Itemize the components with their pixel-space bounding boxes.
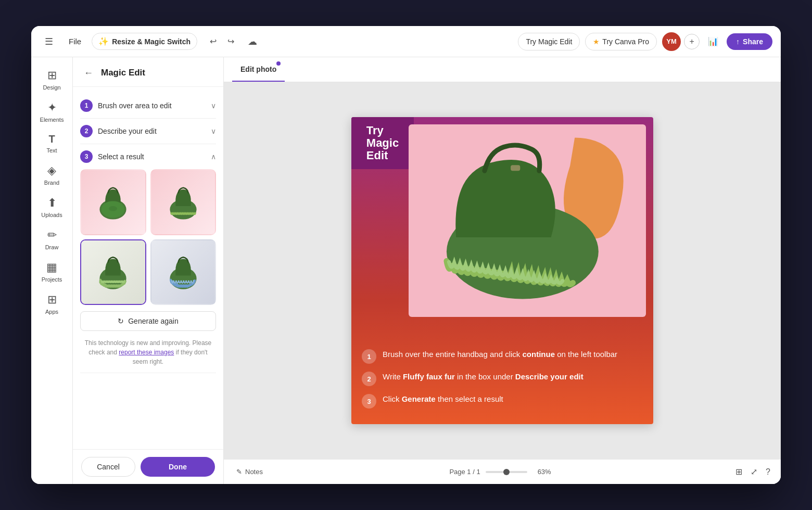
instruction-2-num: 2 [362,372,376,386]
undo-redo-group: ↩ ↪ [205,33,239,50]
save-cloud-button[interactable]: ☁ [244,33,261,50]
header: ☰ File ✨ Resize & Magic Switch ↩ ↪ ☁ Try… [31,26,781,57]
magic-switch-label: Resize & Magic Switch [112,37,191,46]
header-left: ☰ File ✨ Resize & Magic Switch ↩ ↪ ☁ [40,32,261,51]
zoom-level: 63% [532,468,551,476]
bottom-right-buttons: ⊞ ⤢ ? [733,465,772,479]
svg-rect-7 [511,165,520,171]
canvas-title-box: Try Magic Edit [351,117,414,169]
sidebar-item-uploads[interactable]: ⬆ Uploads [34,191,70,223]
step-2-chevron: ∨ [211,127,216,135]
generate-again-button[interactable]: ↻ Generate again [80,311,216,331]
sidebar-item-design[interactable]: ⊞ Design [34,63,70,96]
result-thumbnail-4[interactable] [150,239,217,305]
back-button[interactable]: ← [81,66,96,80]
disclaimer-text: This technology is new and improving. Pl… [80,338,216,366]
result-thumbnail-1[interactable] [80,169,146,235]
brand-icon: ◈ [47,164,56,177]
cancel-button[interactable]: Cancel [81,457,135,477]
sidebar-label-draw: Draw [45,244,59,250]
analytics-button[interactable]: 📊 [705,33,721,50]
step-2-left: 2 Describe your edit [80,125,157,137]
sidebar-item-draw[interactable]: ✏ Draw [34,223,70,256]
canvas-toolbar: Edit photo [224,57,781,82]
share-label: Share [743,37,763,46]
add-team-button[interactable]: + [684,34,700,49]
page-slider-thumb [503,469,510,475]
design-canvas: Try Magic Edit [351,117,653,424]
results-grid [80,169,216,305]
sidebar: ⊞ Design ✦ Elements T Text ◈ Brand ⬆ Upl… [31,57,73,484]
generate-again-label: Generate again [128,317,179,325]
expand-button[interactable]: ⤢ [748,465,759,479]
user-avatar[interactable]: YM [662,32,681,51]
grid-view-button[interactable]: ⊞ [733,465,744,479]
header-right: Try Magic Edit ★ Try Canva Pro YM + 📊 ↑ … [518,32,772,51]
panel-header: ← Magic Edit [73,57,223,87]
menu-button[interactable]: ☰ [40,32,58,51]
result-thumbnail-2[interactable] [150,169,217,235]
share-button[interactable]: ↑ Share [727,33,772,50]
notes-icon: ✎ [236,468,242,476]
step-1-header[interactable]: 1 Brush over area to edit ∨ [80,99,216,112]
redo-button[interactable]: ↪ [222,33,239,50]
try-magic-edit-button[interactable]: Try Magic Edit [518,33,580,50]
bottom-bar: ✎ Notes Page 1 / 1 63% ⊞ ⤢ ? [224,459,781,484]
done-button[interactable]: Done [141,457,215,477]
instruction-3-num: 3 [362,394,376,409]
page-slider[interactable] [486,471,527,473]
magic-switch-icon: ✨ [98,36,109,46]
panel-title: Magic Edit [101,68,145,78]
try-canva-pro-button[interactable]: ★ Try Canva Pro [585,33,657,50]
sidebar-item-projects[interactable]: ▦ Projects [34,256,70,288]
file-button[interactable]: File [64,34,86,49]
design-icon: ⊞ [47,69,57,82]
result-thumbnail-3[interactable] [80,239,146,305]
help-button[interactable]: ? [764,465,772,479]
canvas-area: Edit photo Try Magic Edit [224,57,781,484]
canvas-inner: Try Magic Edit [351,117,653,424]
step-2-header[interactable]: 2 Describe your edit ∨ [80,125,216,137]
canva-pro-label: Try Canva Pro [602,37,649,46]
sidebar-item-elements[interactable]: ✦ Elements [34,96,70,128]
notes-button[interactable]: ✎ Notes [232,466,267,478]
edit-photo-label: Edit photo [240,65,276,73]
apps-icon: ⊞ [47,293,57,307]
generate-again-icon: ↻ [118,317,124,325]
step-3-header[interactable]: 3 Select a result ∧ [80,150,216,163]
crown-icon: ★ [593,37,600,46]
instruction-2-text: Write Fluffy faux fur in the box under D… [383,371,583,382]
instruction-1-num: 1 [362,349,376,364]
draw-icon: ✏ [47,228,57,242]
sidebar-label-brand: Brand [44,180,59,186]
page-label: Page 1 / 1 [449,468,480,476]
projects-icon: ▦ [46,261,57,274]
sidebar-label-design: Design [43,84,60,91]
instruction-1-text: Brush over the entire handbag and click … [383,349,617,360]
sidebar-label-apps: Apps [45,309,58,315]
sidebar-item-brand[interactable]: ◈ Brand [34,159,70,191]
app-window: ☰ File ✨ Resize & Magic Switch ↩ ↪ ☁ Try… [31,26,781,484]
sidebar-item-apps[interactable]: ⊞ Apps [34,288,70,320]
canvas-viewport[interactable]: Try Magic Edit [224,82,781,459]
canvas-title-text: Try Magic Edit [366,124,399,162]
instruction-1: 1 Brush over the entire handbag and clic… [362,349,643,364]
sidebar-item-text[interactable]: T Text [34,128,70,159]
undo-button[interactable]: ↩ [205,33,221,50]
tab-active-dot [276,61,281,66]
sidebar-label-text: Text [46,147,57,154]
step-3-chevron: ∧ [211,152,216,161]
report-link[interactable]: report these images [119,349,174,356]
step-3: 3 Select a result ∧ [80,144,216,373]
page-info: Page 1 / 1 63% [449,468,551,476]
step-2-label: Describe your edit [98,127,157,135]
edit-photo-tab[interactable]: Edit photo [232,57,285,82]
uploads-icon: ⬆ [47,196,57,210]
step-1: 1 Brush over area to edit ∨ [80,93,216,119]
step-1-number: 1 [80,99,93,112]
magic-switch-button[interactable]: ✨ Resize & Magic Switch [92,33,197,50]
svg-point-2 [109,206,117,211]
step-3-label: Select a result [98,152,144,161]
text-icon: T [48,133,55,145]
share-icon: ↑ [736,37,740,46]
